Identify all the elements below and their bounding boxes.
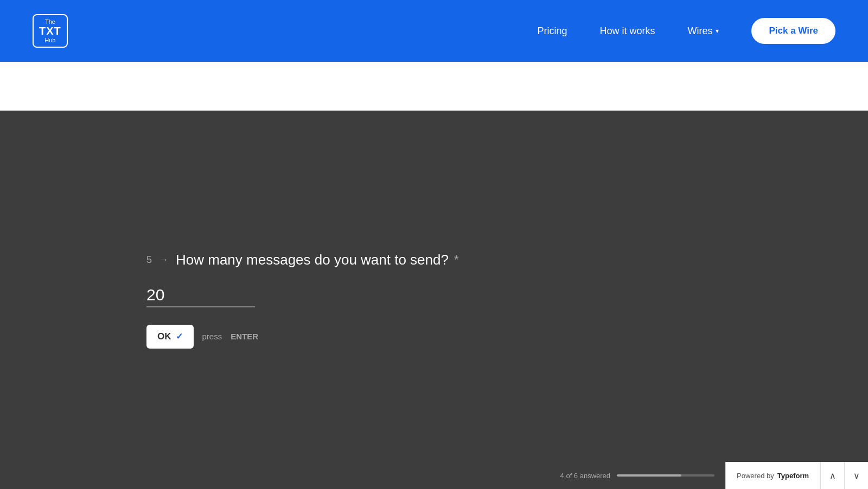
ok-label: OK bbox=[157, 331, 171, 342]
navbar: The TXT Hub Pricing How it works Wires ▾… bbox=[0, 0, 868, 62]
question-text: How many messages do you want to send? bbox=[176, 252, 449, 268]
nav-arrows: ∧ ∨ bbox=[820, 462, 868, 489]
logo-the: The bbox=[39, 18, 61, 25]
typeform-name: Typeform bbox=[777, 472, 809, 480]
progress-bar-fill bbox=[617, 474, 681, 477]
progress-section: 4 of 6 answered bbox=[560, 472, 726, 480]
nav-wires-label: Wires bbox=[687, 25, 712, 37]
required-star: * bbox=[454, 253, 459, 267]
chevron-down-icon: ▾ bbox=[716, 27, 719, 35]
ok-button[interactable]: OK ✓ bbox=[146, 325, 194, 349]
nav-up-button[interactable]: ∧ bbox=[820, 462, 844, 489]
logo[interactable]: The TXT Hub bbox=[33, 14, 68, 48]
nav-pricing[interactable]: Pricing bbox=[537, 25, 567, 37]
logo-txt: TXT bbox=[39, 25, 61, 37]
logo-box: The TXT Hub bbox=[33, 14, 68, 48]
nav-how-it-works[interactable]: How it works bbox=[599, 25, 655, 37]
progress-bar bbox=[617, 474, 714, 477]
nav-links: Pricing How it works Wires ▾ Pick a Wire bbox=[537, 18, 835, 44]
form-section: 5 → How many messages do you want to sen… bbox=[0, 111, 868, 489]
typeform-badge: Powered by Typeform bbox=[725, 462, 820, 489]
nav-wires[interactable]: Wires ▾ bbox=[687, 25, 719, 37]
enter-label: ENTER bbox=[231, 332, 258, 341]
typeform-powered-by: Powered by bbox=[737, 472, 774, 480]
progress-text: 4 of 6 answered bbox=[560, 472, 611, 480]
nav-down-button[interactable]: ∨ bbox=[844, 462, 868, 489]
message-count-input[interactable] bbox=[146, 284, 255, 307]
white-divider bbox=[0, 62, 868, 111]
question-label: 5 → How many messages do you want to sen… bbox=[146, 252, 868, 268]
question-arrow-icon: → bbox=[158, 254, 168, 266]
bottom-bar: 4 of 6 answered Powered by Typeform ∧ ∨ bbox=[560, 462, 868, 489]
logo-hub: Hub bbox=[39, 37, 61, 43]
ok-row: OK ✓ press ENTER bbox=[146, 325, 868, 349]
press-label: press bbox=[202, 332, 222, 341]
checkmark-icon: ✓ bbox=[176, 331, 183, 342]
question-number: 5 bbox=[146, 254, 152, 266]
pick-wire-button[interactable]: Pick a Wire bbox=[751, 18, 835, 44]
